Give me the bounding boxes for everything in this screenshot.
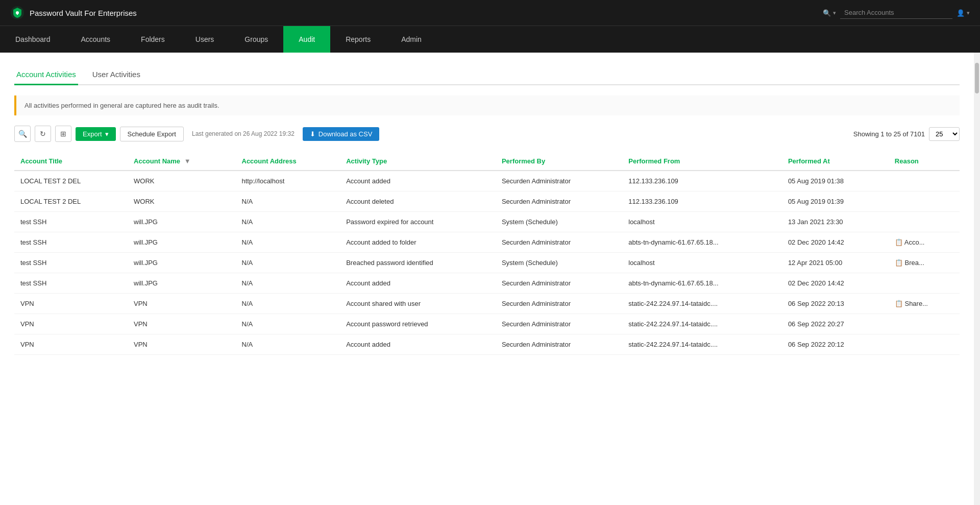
table-cell: 112.133.236.109 [622, 171, 782, 191]
table-cell: 06 Sep 2022 20:13 [782, 294, 889, 314]
table-cell: Breached password identified [340, 253, 496, 273]
table-wrapper: Account Title Account Name ▼ Account Add… [14, 152, 960, 355]
last-generated-text: Last generated on 26 Aug 2022 19:32 [192, 130, 295, 137]
columns-icon: ⊞ [60, 130, 66, 138]
col-activity-type[interactable]: Activity Type [340, 152, 496, 171]
table-cell: 02 Dec 2020 14:42 [782, 273, 889, 294]
table-cell: N/A [236, 294, 340, 314]
table-row: LOCAL TEST 2 DELWORKhttp://localhostAcco… [14, 171, 960, 191]
export-button[interactable]: Export ▾ [76, 127, 116, 141]
scrollbar-thumb[interactable] [975, 63, 979, 93]
main-container: Account Activities User Activities All a… [0, 53, 980, 505]
table-cell: Account deleted [340, 191, 496, 212]
table-cell: 📋 Acco... [889, 232, 960, 253]
tab-bar: Account Activities User Activities [14, 65, 960, 85]
user-caret: ▾ [967, 10, 970, 16]
table-cell: N/A [236, 253, 340, 273]
table-row: test SSHwill.JPGN/ABreached password ide… [14, 253, 960, 273]
download-icon: ⬇ [310, 130, 315, 138]
table-cell: Securden Administrator [496, 191, 622, 212]
toolbar: 🔍 ↻ ⊞ Export ▾ Schedule Export Last gene… [14, 126, 960, 142]
table-cell: 12 Apr 2021 05:00 [782, 253, 889, 273]
table-cell: Securden Administrator [496, 294, 622, 314]
table-cell: http://localhost [236, 171, 340, 191]
scrollbar-track[interactable] [974, 53, 980, 505]
table-cell: 02 Dec 2020 14:42 [782, 232, 889, 253]
table-cell: Account added to folder [340, 232, 496, 253]
export-label: Export [83, 130, 102, 138]
table-cell: will.JPG [128, 253, 235, 273]
col-account-name[interactable]: Account Name ▼ [128, 152, 235, 171]
table-cell [889, 273, 960, 294]
nav-item-users[interactable]: Users [180, 26, 230, 53]
table-cell: N/A [236, 273, 340, 294]
table-cell: System (Schedule) [496, 253, 622, 273]
refresh-button[interactable]: ↻ [35, 126, 51, 142]
columns-button[interactable]: ⊞ [55, 126, 71, 142]
col-performed-at[interactable]: Performed At [782, 152, 889, 171]
table-cell: abts-tn-dynamic-61.67.65.18... [622, 232, 782, 253]
table-cell: VPN [14, 334, 128, 355]
search-input[interactable] [840, 7, 952, 19]
table-row: test SSHwill.JPGN/APassword expired for … [14, 212, 960, 232]
table-cell [889, 171, 960, 191]
refresh-icon: ↻ [40, 130, 46, 138]
table-cell: N/A [236, 191, 340, 212]
table-cell: will.JPG [128, 232, 235, 253]
table-cell: Securden Administrator [496, 273, 622, 294]
nav-item-reports[interactable]: Reports [330, 26, 386, 53]
user-menu-button[interactable]: 👤 ▾ [957, 9, 970, 17]
table-cell [889, 212, 960, 232]
per-page-select[interactable]: 25 50 100 [929, 127, 960, 141]
table-row: LOCAL TEST 2 DELWORKN/AAccount deletedSe… [14, 191, 960, 212]
table-cell: Account shared with user [340, 294, 496, 314]
table-cell: N/A [236, 334, 340, 355]
search-icon: 🔍 [823, 9, 831, 17]
table-cell: VPN [14, 314, 128, 334]
table-cell: VPN [128, 334, 235, 355]
table-cell [889, 314, 960, 334]
table-cell: 06 Sep 2022 20:27 [782, 314, 889, 334]
tab-user-activities[interactable]: User Activities [90, 65, 142, 85]
nav-item-groups[interactable]: Groups [229, 26, 283, 53]
col-account-address[interactable]: Account Address [236, 152, 340, 171]
table-cell: WORK [128, 191, 235, 212]
col-performed-from[interactable]: Performed From [622, 152, 782, 171]
table-cell: 05 Aug 2019 01:38 [782, 171, 889, 191]
nav-item-folders[interactable]: Folders [126, 26, 180, 53]
search-area: 🔍 ▾ 👤 ▾ [823, 7, 970, 19]
table-cell: LOCAL TEST 2 DEL [14, 191, 128, 212]
table-cell: static-242.224.97.14-tataidc.... [622, 294, 782, 314]
nav-item-accounts[interactable]: Accounts [66, 26, 126, 53]
table-cell: Password expired for account [340, 212, 496, 232]
col-account-title[interactable]: Account Title [14, 152, 128, 171]
table-row: test SSHwill.JPGN/AAccount addedSecurden… [14, 273, 960, 294]
table-cell [889, 334, 960, 355]
col-performed-by[interactable]: Performed By [496, 152, 622, 171]
table-cell: LOCAL TEST 2 DEL [14, 171, 128, 191]
table-row: VPNVPNN/AAccount shared with userSecurde… [14, 294, 960, 314]
nav-item-audit[interactable]: Audit [283, 26, 330, 53]
table-row: VPNVPNN/AAccount password retrievedSecur… [14, 314, 960, 334]
table-cell: Securden Administrator [496, 171, 622, 191]
table-cell: WORK [128, 171, 235, 191]
download-csv-button[interactable]: ⬇ Download as CSV [303, 127, 380, 141]
table-row: VPNVPNN/AAccount addedSecurden Administr… [14, 334, 960, 355]
app-logo: Password Vault For Enterprises [10, 6, 137, 20]
search-button[interactable]: 🔍 [14, 126, 31, 142]
logo-icon [10, 6, 24, 20]
tab-account-activities[interactable]: Account Activities [14, 65, 78, 85]
table-cell: Securden Administrator [496, 232, 622, 253]
table-cell: 06 Sep 2022 20:12 [782, 334, 889, 355]
table-cell: test SSH [14, 232, 128, 253]
table-cell: 📋 Brea... [889, 253, 960, 273]
info-banner: All activities performed in general are … [14, 95, 960, 115]
search-icon-button[interactable]: 🔍 ▾ [823, 9, 836, 17]
table-cell: abts-tn-dynamic-61.67.65.18... [622, 273, 782, 294]
schedule-export-button[interactable]: Schedule Export [120, 127, 184, 141]
table-cell: 112.133.236.109 [622, 191, 782, 212]
nav-item-admin[interactable]: Admin [386, 26, 437, 53]
col-reason[interactable]: Reason [889, 152, 960, 171]
nav-item-dashboard[interactable]: Dashboard [0, 26, 66, 53]
table-row: test SSHwill.JPGN/AAccount added to fold… [14, 232, 960, 253]
